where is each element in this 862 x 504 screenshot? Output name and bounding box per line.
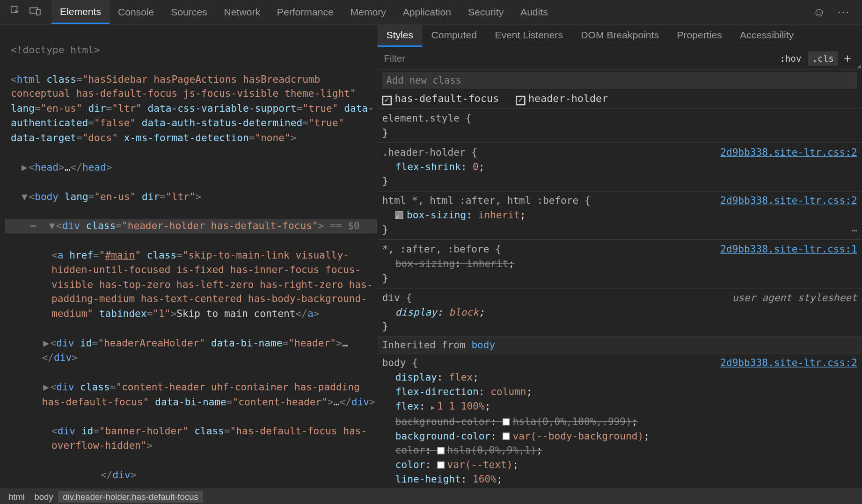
filter-row: :hov .cls ＋ <box>377 47 862 70</box>
new-rule-icon[interactable]: ＋ <box>838 50 857 67</box>
feedback-icon[interactable]: ☺ <box>813 5 825 19</box>
class-check-header-holder[interactable]: header-holder <box>516 92 608 104</box>
tab-sources[interactable]: Sources <box>162 0 215 24</box>
inherited-body-link[interactable]: body <box>471 339 495 351</box>
source-link[interactable]: 2d9bb338.site-ltr.css:2 <box>720 194 857 209</box>
toolbar-left-icons <box>0 5 51 19</box>
class-editor: has-default-focus header-holder <box>377 70 862 109</box>
class-check-has-default-focus[interactable]: has-default-focus <box>382 92 499 104</box>
tab-elements[interactable]: Elements <box>51 0 110 24</box>
subtab-event-listeners[interactable]: Event Listeners <box>486 24 572 46</box>
dom-doctype[interactable]: <!doctype html> <box>5 43 377 58</box>
inherited-from: Inherited from body <box>377 337 862 354</box>
filter-input[interactable] <box>382 51 776 65</box>
dom-header-area[interactable]: ▶<div id="headerAreaHolder" data-bi-name… <box>5 336 377 366</box>
dom-header-holder[interactable]: ⋯ ▼<div class="header-holder has-default… <box>5 219 377 233</box>
bc-div-headerholder[interactable]: div.header-holder.has-default-focus <box>58 490 203 503</box>
color-swatch-icon[interactable] <box>503 418 510 425</box>
hov-toggle[interactable]: :hov <box>775 51 805 65</box>
subtab-accessibility[interactable]: Accessibility <box>731 24 803 46</box>
tab-application[interactable]: Application <box>394 0 460 24</box>
rule-div-ua[interactable]: user agent stylesheet div { display: blo… <box>377 288 862 337</box>
sub-tabs: Styles Computed Event Listeners DOM Brea… <box>377 24 862 47</box>
device-toggle-icon[interactable] <box>29 5 42 19</box>
subtab-styles[interactable]: Styles <box>377 24 422 46</box>
tab-network[interactable]: Network <box>216 0 269 24</box>
dom-body-open[interactable]: ▼<body lang="en-us" dir="ltr"> <box>5 189 377 204</box>
expand-shorthand-icon[interactable]: ▶ <box>431 404 435 410</box>
tab-security[interactable]: Security <box>460 0 512 24</box>
dom-breadcrumb: html body div.header-holder.has-default-… <box>0 488 862 504</box>
tab-console[interactable]: Console <box>110 0 162 24</box>
subtab-computed[interactable]: Computed <box>422 24 486 46</box>
subtab-dom-breakpoints[interactable]: DOM Breakpoints <box>572 24 668 46</box>
tab-memory[interactable]: Memory <box>342 0 394 24</box>
dom-skip-link[interactable]: <a href="#main" class="skip-to-main-link… <box>5 248 377 322</box>
checkbox-icon[interactable] <box>516 95 525 105</box>
dom-content-header[interactable]: ▶<div class="content-header uhf-containe… <box>5 380 377 410</box>
toolbar-right: ☺ ⋯ <box>807 5 856 19</box>
prop-checkbox-icon[interactable] <box>395 211 403 219</box>
color-swatch-icon[interactable] <box>437 461 444 468</box>
source-link[interactable]: 2d9bb338.site-ltr.css:2 <box>720 145 857 160</box>
resize-corner-icon <box>857 65 861 68</box>
source-link[interactable]: 2d9bb338.site-ltr.css:2 <box>720 356 857 371</box>
dom-banner-close[interactable]: </div> <box>5 468 377 482</box>
styles-pane: Styles Computed Event Listeners DOM Brea… <box>377 24 862 488</box>
source-link[interactable]: 2d9bb338.site-ltr.css:1 <box>720 242 857 257</box>
cls-toggle[interactable]: .cls <box>808 51 838 65</box>
styles-body[interactable]: element.style { } 2d9bb338.site-ltr.css:… <box>377 109 862 489</box>
more-icon[interactable]: ⋯ <box>837 5 850 19</box>
color-swatch-icon[interactable] <box>503 432 510 439</box>
rule-html-star[interactable]: 2d9bb338.site-ltr.css:2 html *, html :af… <box>377 192 862 240</box>
rule-body[interactable]: 2d9bb338.site-ltr.css:2 body { display: … <box>377 353 862 488</box>
rule-header-holder[interactable]: 2d9bb338.site-ltr.css:2 .header-holder {… <box>377 143 862 192</box>
add-class-input[interactable] <box>382 72 857 89</box>
checkbox-icon[interactable] <box>382 95 392 105</box>
dom-tree-pane[interactable]: <!doctype html> <html class="hasSidebar … <box>0 24 377 488</box>
rule-element-style[interactable]: element.style { } <box>377 109 862 143</box>
main-tabs: Elements Console Sources Network Perform… <box>51 0 556 24</box>
bc-html[interactable]: html <box>4 490 30 503</box>
tab-audits[interactable]: Audits <box>512 0 556 24</box>
more-icon[interactable]: ⋯ <box>851 224 857 238</box>
bc-body[interactable]: body <box>29 490 58 503</box>
color-swatch-icon[interactable] <box>437 447 444 454</box>
dom-html-open[interactable]: <html class="hasSidebar hasPageActions h… <box>5 72 377 145</box>
devtools-toolbar: Elements Console Sources Network Perform… <box>0 0 862 24</box>
svg-rect-2 <box>37 9 40 15</box>
dom-banner-open[interactable]: <div id="banner-holder" class="has-defau… <box>5 424 377 454</box>
inspect-icon[interactable] <box>10 5 21 19</box>
subtab-properties[interactable]: Properties <box>668 24 731 46</box>
ua-label: user agent stylesheet <box>732 291 857 305</box>
tab-performance[interactable]: Performance <box>269 0 342 24</box>
dom-head[interactable]: ▶<head>…</head> <box>5 160 377 174</box>
rule-star[interactable]: 2d9bb338.site-ltr.css:1 *, :after, :befo… <box>377 240 862 288</box>
